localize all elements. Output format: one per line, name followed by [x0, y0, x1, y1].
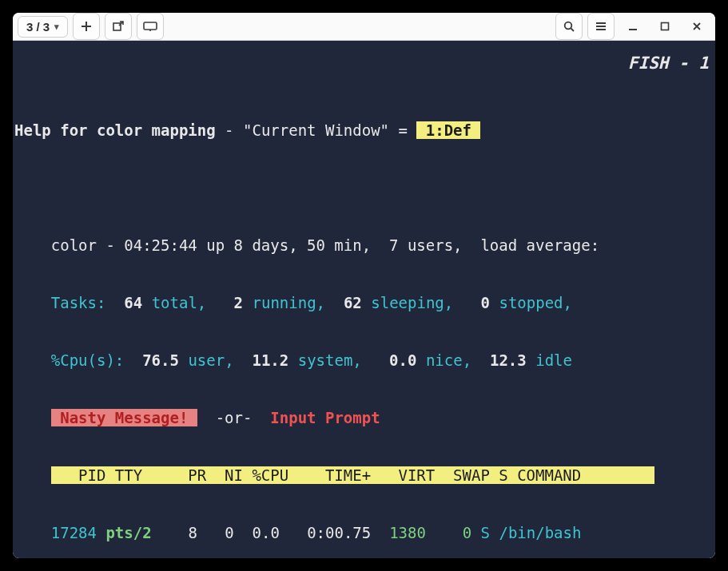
chevron-down-icon: ▾	[54, 22, 59, 32]
input-prompt-label: Input Prompt	[270, 409, 380, 426]
session-label: FISH - 1	[628, 54, 709, 73]
new-window-icon	[112, 20, 125, 33]
new-tab-button[interactable]	[73, 13, 100, 40]
hamburger-icon	[595, 20, 607, 33]
svg-point-2	[565, 22, 572, 30]
close-button[interactable]	[683, 13, 710, 40]
tab-counter-label: 3 / 3	[26, 20, 50, 34]
minimize-button[interactable]	[619, 13, 646, 40]
column-header: PID TTY PR NI %CPU TIME+ VIRT SWAP S COM…	[51, 466, 654, 484]
broadcast-icon	[143, 21, 157, 32]
svg-rect-3	[662, 23, 669, 30]
terminal-window: 3 / 3 ▾ FISH - 1 Help for color	[13, 13, 715, 558]
search-icon	[563, 20, 575, 33]
maximize-button[interactable]	[651, 13, 678, 40]
close-icon	[691, 21, 702, 32]
minimize-icon	[627, 21, 638, 32]
new-window-button[interactable]	[105, 13, 132, 40]
maximize-icon	[659, 21, 670, 32]
broadcast-button[interactable]	[137, 13, 164, 40]
terminal-viewport[interactable]: FISH - 1 Help for color mapping - "Curre…	[13, 41, 715, 558]
tab-counter-button[interactable]: 3 / 3 ▾	[18, 16, 68, 38]
search-button[interactable]	[555, 13, 583, 40]
titlebar: 3 / 3 ▾	[13, 13, 715, 41]
uptime-line: color - 04:25:44 up 8 days, 50 min, 7 us…	[14, 236, 714, 255]
plus-icon	[80, 20, 93, 33]
task-row: 17284 pts/2 8 0 0.0 0:00.75 1380 0 S /bi…	[14, 523, 714, 542]
current-window-badge: 1:Def	[416, 121, 480, 139]
nasty-message-badge: Nasty Message!	[51, 409, 197, 426]
svg-rect-1	[144, 22, 157, 30]
menu-button[interactable]	[587, 13, 615, 40]
help-title: Help for color mapping	[14, 121, 216, 139]
